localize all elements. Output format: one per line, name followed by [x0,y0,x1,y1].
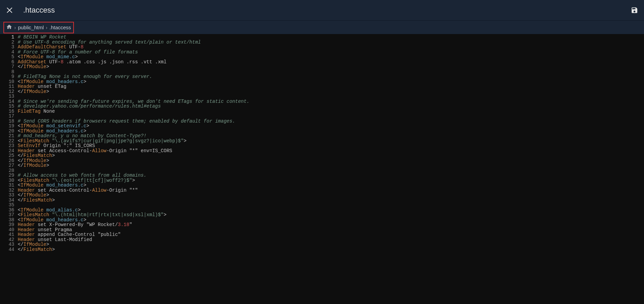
code-line[interactable]: </IfModule> [18,64,644,69]
line-number: 32 [0,188,14,193]
line-number: 9 [0,74,14,79]
line-number: 39 [0,222,14,227]
code-line[interactable]: Header unset Pragma [18,227,644,233]
line-number: 24 [0,148,14,154]
code-line[interactable]: Header unset ETag [18,84,644,89]
titlebar: .htaccess [0,0,644,20]
code-line[interactable]: # developer.yahoo.com/performance/rules.… [18,104,644,109]
line-number: 3 [0,45,14,50]
line-number: 6 [0,60,14,65]
line-number: 40 [0,227,14,233]
code-line[interactable]: Header set Access-Control-Allow-Origin "… [18,188,644,193]
code-line[interactable]: # BEGIN WP Rocket [18,35,644,40]
code-line[interactable]: <IfModule mod_setenvif.c> [18,124,644,129]
code-line[interactable]: <IfModule mod_headers.c> [18,218,644,223]
line-number: 44 [0,247,14,252]
line-number: 38 [0,218,14,223]
code-editor[interactable]: 1234567891011121314151617181920212223242… [0,34,644,304]
chevron-right-icon: › [14,25,16,30]
code-line[interactable]: <FilesMatch "\.(avifs?|cur|gif|png|jpe?g… [18,139,644,144]
code-line[interactable]: </FilesMatch> [18,198,644,203]
code-line[interactable]: SetEnvIf Origin ":" IS_CORS [18,143,644,148]
code-line[interactable]: Header append Cache-Control "public" [18,232,644,237]
line-number: 7 [0,64,14,69]
line-number: 27 [0,163,14,168]
line-number: 17 [0,114,14,119]
code-content[interactable]: # BEGIN WP Rocket# Use UTF-8 encoding fo… [18,34,644,304]
line-number: 28 [0,168,14,173]
code-line[interactable] [18,114,644,119]
code-line[interactable]: </IfModule> [18,242,644,247]
code-line[interactable]: <FilesMatch "\.(eot|otf|tt[cf]|woff2?)$"… [18,178,644,183]
code-line[interactable]: </IfModule> [18,158,644,163]
line-number: 30 [0,178,14,183]
line-number: 14 [0,99,14,104]
line-number: 22 [0,139,14,144]
code-line[interactable]: AddDefaultCharset UTF-8 [18,45,644,50]
line-number: 15 [0,104,14,109]
code-line[interactable]: Header set Access-Control-Allow-Origin "… [18,148,644,154]
code-line[interactable]: # FileETag None is not enough for every … [18,74,644,79]
close-icon [6,6,13,14]
line-number: 20 [0,129,14,134]
code-line[interactable]: <IfModule mod_headers.c> [18,183,644,188]
line-gutter: 1234567891011121314151617181920212223242… [0,34,18,304]
titlebar-left: .htaccess [4,5,55,16]
line-number: 36 [0,208,14,213]
line-number: 19 [0,124,14,129]
code-line[interactable]: <IfModule mod_mime.c> [18,54,644,60]
code-line[interactable] [18,168,644,173]
code-line[interactable]: AddCharset UTF-8 .atom .css .js .json .r… [18,60,644,65]
code-line[interactable]: <IfModule mod_headers.c> [18,79,644,84]
line-number: 43 [0,242,14,247]
code-line[interactable]: FileETag None [18,109,644,114]
code-line[interactable] [18,94,644,99]
code-line[interactable]: # Allow access to web fonts from all dom… [18,173,644,178]
code-line[interactable]: </FilesMatch> [18,153,644,158]
home-icon[interactable] [6,24,12,31]
code-line[interactable]: Header set X-Powered-By "WP Rocket/3.18" [18,222,644,227]
code-line[interactable]: Header unset Last-Modified [18,237,644,242]
save-icon [631,6,638,14]
save-button[interactable] [629,5,640,16]
line-number: 8 [0,69,14,75]
close-button[interactable] [4,5,15,16]
breadcrumb-highlight: › public_html › .htaccess [3,22,74,33]
line-number: 12 [0,89,14,94]
code-line[interactable]: </IfModule> [18,163,644,168]
code-line[interactable]: </FilesMatch> [18,247,644,252]
line-number: 1 [0,35,14,40]
line-number: 29 [0,173,14,178]
line-number: 42 [0,237,14,242]
line-number: 37 [0,212,14,218]
line-number: 18 [0,119,14,124]
code-line[interactable]: # Use UTF-8 encoding for anything served… [18,40,644,45]
breadcrumb-item[interactable]: public_html [18,25,44,30]
line-number: 2 [0,40,14,45]
line-number: 25 [0,153,14,158]
code-line[interactable]: <FilesMatch "\.(html|htm|rtf|rtx|txt|xsd… [18,212,644,218]
line-number: 33 [0,193,14,198]
code-line[interactable]: <IfModule mod_alias.c> [18,208,644,213]
chevron-right-icon: › [46,25,48,30]
file-title: .htaccess [23,6,55,15]
code-line[interactable]: # Force UTF-8 for a number of file forma… [18,50,644,55]
line-number: 21 [0,133,14,139]
code-line[interactable] [18,69,644,75]
code-line[interactable]: </IfModule> [18,89,644,94]
line-number: 4 [0,50,14,55]
line-number: 5 [0,54,14,60]
line-number: 31 [0,183,14,188]
code-line[interactable]: # mod_headers, y u no match by Content-T… [18,133,644,139]
code-line[interactable] [18,203,644,208]
line-number: 23 [0,143,14,148]
breadcrumb-bar: › public_html › .htaccess [0,20,644,34]
line-number: 41 [0,232,14,237]
breadcrumb-item[interactable]: .htaccess [49,25,71,30]
code-line[interactable]: # Send CORS headers if browsers request … [18,119,644,124]
line-number: 26 [0,158,14,163]
code-line[interactable]: </IfModule> [18,193,644,198]
code-line[interactable]: <IfModule mod_headers.c> [18,129,644,134]
code-line[interactable]: # Since we're sending far-future expires… [18,99,644,104]
line-number: 35 [0,203,14,208]
